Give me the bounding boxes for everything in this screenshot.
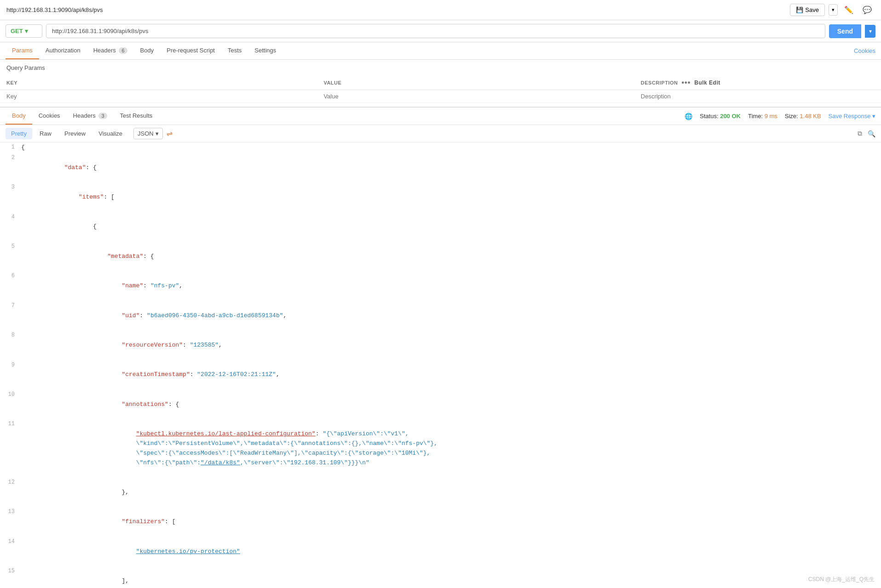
comment-icon-button[interactable]: 💬 [860,4,875,16]
top-bar: http://192.168.31.1:9090/api/k8s/pvs 💾 S… [0,0,881,20]
fmt-raw[interactable]: Raw [34,128,57,139]
tab-settings[interactable]: Settings [248,42,282,59]
globe-icon: 🌐 [685,113,692,120]
json-line: 6 "name": "nfs-pv", [0,271,881,301]
json-line: 3 "items": [ [0,183,881,212]
top-bar-actions: 💾 Save ▾ ✏️ 💬 [790,4,875,16]
json-line: 5 "metadata": { [0,242,881,271]
json-line: 2 "data": { [0,153,881,183]
resp-tab-cookies[interactable]: Cookies [32,108,67,125]
resp-headers-badge: 3 [98,113,107,119]
params-row [0,90,881,103]
save-button[interactable]: 💾 Save [790,4,825,16]
json-line: 1 { [0,143,881,153]
size-value: 1.48 KB [800,113,821,120]
fmt-preview[interactable]: Preview [59,128,91,139]
send-dropdown-arrow[interactable]: ▾ [865,25,875,38]
col-value-header: VALUE [317,76,634,90]
tab-authorization[interactable]: Authorization [39,42,87,59]
request-bar: GET ▾ Send ▾ [0,20,881,42]
col-desc-header: DESCRIPTION ••• Bulk Edit [634,76,881,90]
save-response-button[interactable]: Save Response ▾ [829,113,875,120]
json-line: 13 "finalizers": [ [0,507,881,537]
response-section: Body Cookies Headers 3 Test Results 🌐 St… [0,107,881,588]
status-value: 200 OK [720,113,741,120]
method-label: GET [11,28,23,34]
resp-tab-test-results[interactable]: Test Results [114,108,159,125]
tab-headers[interactable]: Headers 6 [87,42,134,59]
status-label: Status: 200 OK [700,113,741,120]
request-tabs: Params Authorization Headers 6 Body Pre-… [0,42,881,60]
watermark: CSDN @上海_运维_Q先生 [808,576,875,583]
filter-icon[interactable]: ⇌ [167,129,173,138]
tab-tests[interactable]: Tests [221,42,248,59]
response-tabs: Body Cookies Headers 3 Test Results 🌐 St… [0,108,881,125]
value-input[interactable] [323,93,628,100]
fmt-visualize[interactable]: Visualize [93,128,128,139]
json-line: 14 "kubernetes.io/pv-protection" [0,537,881,566]
resp-tab-body[interactable]: Body [6,108,32,125]
fmt-pretty[interactable]: Pretty [6,128,32,139]
size-label: Size: 1.48 KB [785,113,821,120]
json-line: 8 "resourceVersion": "123585", [0,331,881,360]
json-line: 10 "annotations": { [0,390,881,419]
edit-icon-button[interactable]: ✏️ [841,4,856,16]
time-value: 9 ms [765,113,777,120]
tab-params[interactable]: Params [6,42,39,59]
json-viewer: 1 { 2 "data": { 3 "items": [ 4 { [0,143,881,588]
desc-input[interactable] [641,93,875,100]
params-table: KEY VALUE DESCRIPTION ••• Bulk Edit [0,76,881,103]
search-icon[interactable]: 🔍 [868,130,875,137]
copy-icon[interactable]: ⧉ [858,130,862,137]
response-meta: 🌐 Status: 200 OK Time: 9 ms Size: 1.48 K… [685,113,875,120]
cookies-link[interactable]: Cookies [854,43,875,59]
save-icon: 💾 [796,6,803,13]
json-line: 9 "creationTimestamp": "2022-12-16T02:21… [0,360,881,390]
tab-body[interactable]: Body [134,42,161,59]
method-chevron: ▾ [25,28,28,34]
time-label: Time: 9 ms [748,113,777,120]
query-params-section: Query Params KEY VALUE DESCRIPTION ••• B… [0,60,881,103]
json-line: 7 "uid": "b6aed096-4350-4abd-a9cb-d1ed68… [0,301,881,331]
col-key-header: KEY [0,76,317,90]
tab-prerequest[interactable]: Pre-request Script [160,42,221,59]
format-bar: Pretty Raw Preview Visualize JSON ▾ ⇌ ⧉ … [0,125,881,143]
json-line: 11 "kubectl.kubernetes.io/last-applied-c… [0,419,881,478]
url-input[interactable] [46,24,825,38]
json-format-selector[interactable]: JSON ▾ [133,128,163,139]
section-title: Query Params [0,60,881,76]
save-dropdown-arrow[interactable]: ▾ [829,4,838,16]
json-line: 15 ], [0,566,881,588]
more-options-icon[interactable]: ••• [681,79,691,87]
json-line: 4 { [0,212,881,242]
key-input[interactable] [6,93,311,100]
resp-tab-headers[interactable]: Headers 3 [67,108,114,125]
json-line: 12 }, [0,478,881,507]
save-label: Save [805,6,819,13]
send-button[interactable]: Send [829,24,861,38]
method-selector[interactable]: GET ▾ [6,24,42,38]
bulk-edit-button[interactable]: Bulk Edit [694,80,720,86]
headers-badge: 6 [119,47,127,54]
window-title: http://192.168.31.1:9090/api/k8s/pvs [6,6,103,13]
